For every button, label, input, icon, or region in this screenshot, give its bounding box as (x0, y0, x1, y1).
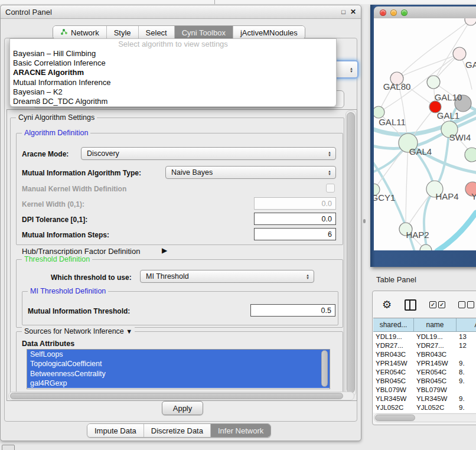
algorithm-option-basic-correlation-inference[interactable]: Basic Correlation Inference (10, 58, 336, 67)
manual-kernel-checkbox[interactable] (326, 184, 335, 193)
deselect-all-icon[interactable] (458, 301, 474, 308)
table-row[interactable]: YBL079WYBL079W (373, 386, 476, 394)
kernel-width-input[interactable]: 0.0 (254, 197, 336, 210)
tab-jactivemnodules[interactable]: jActiveMNodules (233, 26, 305, 39)
split-pane-handle[interactable] (363, 219, 366, 223)
aracne-mode-value: Discovery (87, 149, 119, 158)
settings-vscroll-thumb[interactable] (347, 112, 355, 393)
table-row[interactable]: YBR045CYBR045C9. (373, 376, 476, 385)
network-edge[interactable] (437, 213, 476, 250)
table-row[interactable]: YJL052CYJL052C9. (373, 403, 476, 412)
algorithm-option-dream8-dc-tdc-algorithm[interactable]: Dream8 DC_TDC Algorithm (10, 96, 336, 106)
control-panel-bottom-tabs: Impute DataDiscretize DataInfer Network (87, 423, 271, 438)
node-table: shared...nameA YDL19...YDL19...13YDR27..… (373, 318, 476, 413)
table-hscroll-thumb[interactable] (375, 415, 415, 421)
node-label-hap4: HAP4 (435, 191, 458, 201)
table-row[interactable]: YPR145WYPR145W9. (373, 358, 476, 367)
network-edge[interactable] (406, 143, 408, 229)
tab-cyni-toolbox[interactable]: Cyni Toolbox (175, 26, 233, 39)
table-body: YDL19...YDL19...13YDR27...YDR27...12YBR0… (373, 332, 476, 412)
combo-stepper-icon: ▴▾ (325, 149, 334, 158)
tab-discretize-data[interactable]: Discretize Data (144, 424, 211, 437)
table-row[interactable]: YDL19...YDL19...13 (373, 332, 476, 341)
tab-network[interactable]: Network (53, 26, 107, 39)
float-window-icon[interactable]: □ (341, 8, 345, 15)
table-row[interactable]: YBR043CYBR043C (373, 350, 476, 358)
attribute-item-gal4rgexp[interactable]: gal4RGexp (27, 379, 330, 388)
mi-steps-input[interactable]: 6 (254, 228, 336, 240)
network-node[interactable] (453, 47, 466, 60)
mi-type-select[interactable]: Naive Bayes ▴▾ (165, 166, 336, 179)
column-header-name[interactable]: name (414, 318, 457, 332)
threshold-definition-legend: Threshold Definition (22, 255, 92, 263)
control-panel-titlebar[interactable]: Control Panel □ ✕ (1, 5, 361, 19)
network-node[interactable] (420, 244, 432, 250)
algorithm-dropdown: Select algorithm to view settings Bayesi… (9, 38, 337, 107)
split-columns-icon[interactable] (405, 299, 416, 311)
node-label-gal80: GAL80 (383, 81, 411, 92)
mi-steps-value: 6 (328, 230, 332, 239)
network-node[interactable] (465, 148, 476, 162)
combo-stepper-icon: ▴▾ (304, 272, 312, 281)
mi-threshold-value: 0.5 (321, 306, 331, 315)
data-attributes-label: Data Attributes (22, 340, 74, 348)
table-row[interactable]: YER054CYER054C8. (373, 367, 476, 376)
network-view-window[interactable]: GALGAL80GAL10GAL1GAL11SWI4GAL4GCY1HAP4YH… (370, 5, 476, 267)
tab-impute-data[interactable]: Impute Data (87, 424, 144, 437)
attribute-item-betweennesscentrality[interactable]: BetweennessCentrality (27, 369, 330, 379)
attribute-item-selfloops[interactable]: SelfLoops (27, 350, 330, 359)
data-attributes-list: SelfLoopsTopologicalCoefficientBetweenne… (27, 349, 330, 389)
network-node[interactable] (374, 106, 384, 118)
control-panel-tabs: NetworkStyleSelectCyni ToolboxjActiveMNo… (53, 25, 305, 40)
control-panel-window: Control Panel □ ✕ NetworkStyleSelectCyni… (0, 5, 361, 441)
column-header-a[interactable]: A (457, 318, 476, 332)
column-header-shared-[interactable]: shared... (373, 318, 414, 332)
top-strip (0, 0, 476, 4)
attribute-item-topologicalcoefficient[interactable]: TopologicalCoefficient (27, 359, 330, 369)
node-label-gal1: GAL1 (437, 110, 459, 120)
apply-button[interactable]: Apply (162, 401, 203, 415)
network-canvas[interactable]: GALGAL80GAL10GAL1GAL11SWI4GAL4GCY1HAP4YH… (374, 18, 476, 250)
hub-section-label[interactable]: Hub/Transcription Factor Definition (22, 247, 140, 256)
minimize-traffic-light[interactable] (390, 9, 397, 16)
algorithm-option-bayesian-hill-climbing[interactable]: Bayesian – Hill Climbing (10, 48, 336, 58)
combo-stepper-icon: ▴▾ (325, 168, 334, 177)
algorithm-option-aracne-algorithm[interactable]: ARACNE Algorithm (10, 68, 336, 77)
sources-collapse-arrow-icon[interactable]: ▼ (126, 328, 132, 335)
hub-expand-arrow-icon[interactable]: ▶ (162, 246, 167, 255)
mi-threshold-input[interactable]: 0.5 (250, 304, 335, 317)
select-all-icon[interactable]: ✓✓ (429, 301, 445, 308)
gear-icon[interactable]: ⚙ (382, 299, 392, 310)
close-window-icon[interactable]: ✕ (350, 8, 356, 16)
node-label-gal10: GAL10 (435, 92, 462, 102)
settings-hscroll-thumb[interactable] (10, 393, 343, 399)
table-row[interactable]: YLR345WYLR345W9. (373, 394, 476, 403)
network-node[interactable] (465, 18, 476, 25)
network-view-titlebar[interactable] (374, 6, 476, 19)
dpi-tolerance-label: DPI Tolerance [0,1]: (22, 216, 87, 224)
kernel-width-label: Kernel Width (0,1): (22, 200, 84, 208)
tab-select[interactable]: Select (139, 26, 175, 39)
dpi-tolerance-input[interactable]: 0.0 (254, 213, 336, 225)
node-label-gcy1: GCY1 (374, 193, 395, 203)
mi-type-value: Naive Bayes (171, 168, 213, 177)
zoom-traffic-light[interactable] (401, 9, 407, 16)
mi-steps-label: Mutual Information Steps: (22, 231, 109, 239)
network-node[interactable] (427, 76, 440, 89)
table-row[interactable]: YDR27...YDR27...12 (373, 341, 476, 350)
aracne-mode-select[interactable]: Discovery ▴▾ (81, 147, 336, 160)
top-divider-tick (214, 0, 215, 4)
algorithm-option-bayesian-k2[interactable]: Bayesian – K2 (10, 87, 336, 96)
attributes-list-scrollbar[interactable] (321, 350, 328, 387)
control-panel-title: Control Panel (5, 8, 52, 17)
network-edge[interactable] (397, 54, 459, 79)
sources-legend[interactable]: Sources for Network Inference ▼ (22, 327, 135, 335)
which-threshold-select[interactable]: MI Threshold ▴▾ (140, 270, 314, 283)
which-threshold-label: Which threshold to use: (51, 273, 132, 282)
algorithm-option-mutual-information-inference[interactable]: Mutual Information Inference (10, 77, 336, 87)
tab-infer-network[interactable]: Infer Network (211, 424, 270, 437)
minimized-panel-icon[interactable] (2, 445, 15, 450)
tab-style[interactable]: Style (107, 26, 139, 39)
kernel-width-value: 0.0 (322, 200, 332, 208)
close-traffic-light[interactable] (380, 9, 386, 16)
